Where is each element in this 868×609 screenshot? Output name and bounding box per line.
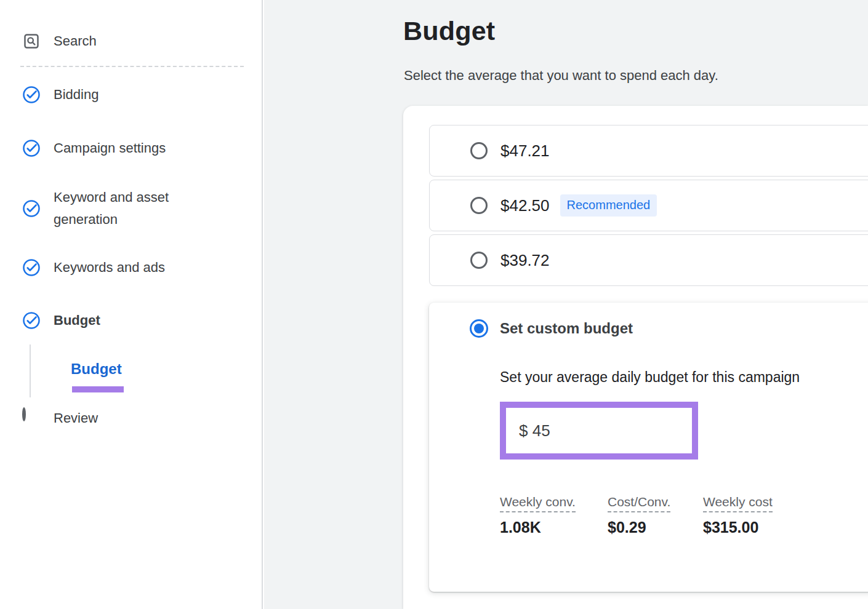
budget-option-amount: $42.50 [500,196,550,215]
radio-unselected-icon[interactable] [470,252,488,269]
sidebar-item-label: Campaign settings [54,138,166,159]
search-in-box-icon [22,32,41,50]
sidebar-item-review[interactable]: Review [22,407,250,429]
stat-value: 1.08K [500,519,608,536]
check-circle-icon [22,311,41,330]
check-circle-icon [22,258,41,277]
stat-cost-per-conv: Cost/Conv. $0.29 [608,495,703,536]
sidebar-item-label: Keywords and ads [54,257,165,278]
budget-option-amount: $47.21 [500,141,550,161]
budget-input-highlight-border [500,402,698,460]
custom-budget-card: Set custom budget Set your average daily… [429,303,868,592]
stat-value: $315.00 [703,519,773,536]
stat-value: $0.29 [608,519,703,536]
sidebar-item-label: Bidding [54,84,98,105]
sidebar-item-label: Keyword and asset generation [54,186,196,231]
check-circle-icon [22,86,41,104]
budget-forecast-stats: Weekly conv. 1.08K Cost/Conv. $0.29 Week… [500,495,773,536]
budget-step-content: Budget Select the average that you want … [264,0,868,609]
page-title: Budget [403,16,495,46]
sidebar-item-budget[interactable]: Budget [22,309,250,332]
budget-sheet: $47.21 $42.50 Recommended $39.72 Set cus… [403,106,868,609]
sidebar-item-campaign-settings[interactable]: Campaign settings [22,137,250,159]
custom-budget-description: Set your average daily budget for this c… [500,369,800,386]
sidebar-item-label: Search [54,31,97,52]
budget-option-amount: $39.72 [500,251,550,270]
check-circle-icon [22,199,41,218]
custom-budget-option[interactable]: Set custom budget [470,319,633,338]
stat-weekly-cost: Weekly cost $315.00 [703,495,773,536]
wizard-sidebar: Search Bidding Campaign settings [0,0,263,609]
stat-label-tooltip[interactable]: Weekly conv. [500,495,576,512]
radio-unselected-icon[interactable] [470,197,488,214]
budget-option-row[interactable]: $42.50 Recommended [429,180,868,231]
check-circle-icon [22,139,41,157]
empty-circle-icon [22,409,41,428]
custom-budget-label: Set custom budget [500,320,633,337]
sidebar-item-label: Review [54,408,98,429]
campaign-wizard-page: Search Bidding Campaign settings [0,0,868,609]
sidebar-item-label: Budget [54,310,100,331]
recommended-badge: Recommended [560,194,657,217]
sidebar-subitem-budget[interactable]: Budget [71,360,122,378]
sidebar-divider [20,66,244,67]
sidebar-item-bidding[interactable]: Bidding [22,84,250,106]
daily-budget-input[interactable] [506,408,692,453]
radio-selected-icon[interactable] [470,319,488,338]
page-subtitle: Select the average that you want to spen… [404,68,718,84]
sidebar-item-keywords-and-ads[interactable]: Keywords and ads [22,257,250,279]
budget-option-row[interactable]: $47.21 [429,125,868,177]
substep-indent-line [30,344,31,397]
active-substep-highlight-bar [72,386,124,392]
sidebar-item-keyword-asset-generation[interactable]: Keyword and asset generation [22,186,250,231]
sidebar-item-search[interactable]: Search [22,30,250,52]
stat-label-tooltip[interactable]: Weekly cost [703,495,773,512]
budget-option-row[interactable]: $39.72 [429,234,868,286]
stat-weekly-conv: Weekly conv. 1.08K [500,495,608,536]
radio-unselected-icon[interactable] [470,142,488,159]
stat-label-tooltip[interactable]: Cost/Conv. [608,495,670,512]
